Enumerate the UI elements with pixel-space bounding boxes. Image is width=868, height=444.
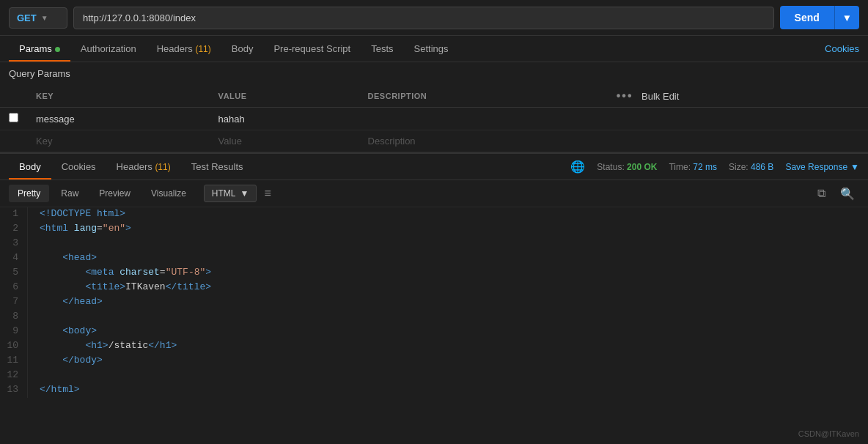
tab-headers[interactable]: Headers (11) <box>147 36 221 62</box>
method-chevron-icon: ▼ <box>41 14 48 22</box>
th-value: VALUE <box>210 85 359 108</box>
tab-tests[interactable]: Tests <box>361 36 403 62</box>
row-actions <box>608 108 868 130</box>
code-line: 6 <title>ITKaven</title> <box>0 281 868 295</box>
request-bar: GET ▼ Send ▼ <box>0 0 868 36</box>
tab-params[interactable]: Params <box>9 36 70 62</box>
row-checkbox[interactable] <box>9 113 18 122</box>
line-content: <html lang="en"> <box>28 222 131 237</box>
line-number: 5 <box>0 266 28 281</box>
response-tab-cookies[interactable]: Cookies <box>51 154 106 180</box>
time-label: Time: 72 ms <box>669 162 717 172</box>
line-number: 7 <box>0 295 28 310</box>
view-raw-button[interactable]: Raw <box>52 185 87 202</box>
code-line: 7 </head> <box>0 295 868 310</box>
code-line: 13</html> <box>0 383 868 398</box>
row-description <box>359 108 608 130</box>
send-button-group: Send ▼ <box>780 6 859 29</box>
response-tab-headers[interactable]: Headers (11) <box>106 154 181 180</box>
table-empty-row: Key Value Description <box>0 130 868 152</box>
line-number: 3 <box>0 237 28 251</box>
format-chevron-icon: ▼ <box>240 188 249 199</box>
copy-button[interactable]: ⧉ <box>813 185 830 202</box>
tab-body[interactable]: Body <box>221 36 264 62</box>
params-table: KEY VALUE DESCRIPTION ••• Bulk Edit mess… <box>0 85 868 152</box>
tab-prerequest[interactable]: Pre-request Script <box>263 36 361 62</box>
response-tab-body[interactable]: Body <box>9 154 51 180</box>
line-number: 9 <box>0 325 28 339</box>
line-content: <meta charset="UTF-8"> <box>28 266 211 281</box>
format-selector[interactable]: HTML ▼ <box>204 185 257 202</box>
code-line: 11 </body> <box>0 354 868 369</box>
cookies-link[interactable]: Cookies <box>825 43 859 54</box>
line-content: </body> <box>28 354 103 369</box>
th-checkbox <box>0 85 27 108</box>
watermark: CSDN@ITKaven <box>798 429 859 438</box>
line-number: 11 <box>0 354 28 369</box>
status-label: Status: 200 OK <box>597 162 657 172</box>
send-button[interactable]: Send <box>780 6 834 29</box>
more-options-icon[interactable]: ••• <box>617 89 633 102</box>
row-checkbox-cell <box>0 108 27 130</box>
row-key[interactable]: message <box>27 108 210 130</box>
code-line: 9 <body> <box>0 325 868 339</box>
line-number: 13 <box>0 383 28 398</box>
response-status-bar: 🌐 Status: 200 OK Time: 72 ms Size: 486 B… <box>570 160 859 174</box>
send-chevron-icon: ▼ <box>842 12 852 23</box>
view-preview-button[interactable]: Preview <box>90 185 139 202</box>
response-tab-test-results[interactable]: Test Results <box>181 154 254 180</box>
line-content <box>28 310 40 325</box>
send-dropdown-button[interactable]: ▼ <box>834 6 859 29</box>
request-tabs: Params Authorization Headers (11) Body P… <box>0 36 868 62</box>
url-input[interactable] <box>73 7 774 29</box>
chevron-icon: ▼ <box>850 162 859 172</box>
code-line: 8 <box>0 310 868 325</box>
th-actions: ••• Bulk Edit <box>608 85 868 108</box>
line-number: 10 <box>0 339 28 354</box>
empty-value[interactable]: Value <box>210 130 359 152</box>
line-content <box>28 369 40 383</box>
code-line: 5 <meta charset="UTF-8"> <box>0 266 868 281</box>
empty-description[interactable]: Description <box>359 130 608 152</box>
params-dot <box>55 47 60 52</box>
line-number: 6 <box>0 281 28 295</box>
row-value[interactable]: hahah <box>210 108 359 130</box>
code-area: 1<!DOCTYPE html>2<html lang="en">34 <hea… <box>0 207 868 424</box>
wrap-text-icon[interactable]: ≡ <box>264 187 271 200</box>
query-params-header: Query Params <box>0 62 868 85</box>
line-number: 1 <box>0 207 28 222</box>
line-number: 4 <box>0 251 28 266</box>
line-content: <body> <box>28 325 97 339</box>
line-content: <title>ITKaven</title> <box>28 281 211 295</box>
code-line: 12 <box>0 369 868 383</box>
line-content: <head> <box>28 251 97 266</box>
line-number: 12 <box>0 369 28 383</box>
method-label: GET <box>17 12 37 23</box>
code-line: 10 <h1>/static</h1> <box>0 339 868 354</box>
method-selector[interactable]: GET ▼ <box>9 7 67 29</box>
save-response-button[interactable]: Save Response ▼ <box>785 162 859 172</box>
bulk-edit-button[interactable]: Bulk Edit <box>641 91 679 102</box>
view-pretty-button[interactable]: Pretty <box>9 185 49 202</box>
search-button[interactable]: 🔍 <box>836 185 859 202</box>
line-content: <!DOCTYPE html> <box>28 207 125 222</box>
code-line: 1<!DOCTYPE html> <box>0 207 868 222</box>
line-content: </head> <box>28 295 103 310</box>
code-line: 3 <box>0 237 868 251</box>
th-key: KEY <box>27 85 210 108</box>
code-line: 4 <head> <box>0 251 868 266</box>
line-number: 2 <box>0 222 28 237</box>
tab-settings[interactable]: Settings <box>404 36 459 62</box>
size-label: Size: 486 B <box>729 162 773 172</box>
th-description: DESCRIPTION <box>359 85 608 108</box>
view-visualize-button[interactable]: Visualize <box>142 185 195 202</box>
globe-icon[interactable]: 🌐 <box>570 160 585 174</box>
empty-key[interactable]: Key <box>27 130 210 152</box>
empty-actions <box>608 130 868 152</box>
response-tabs: Body Cookies Headers (11) Test Results 🌐… <box>0 152 868 180</box>
code-line: 2<html lang="en"> <box>0 222 868 237</box>
line-content <box>28 237 40 251</box>
tab-authorization[interactable]: Authorization <box>70 36 147 62</box>
toolbar-right-actions: ⧉ 🔍 <box>813 185 859 202</box>
code-toolbar: Pretty Raw Preview Visualize HTML ▼ ≡ ⧉ … <box>0 180 868 207</box>
